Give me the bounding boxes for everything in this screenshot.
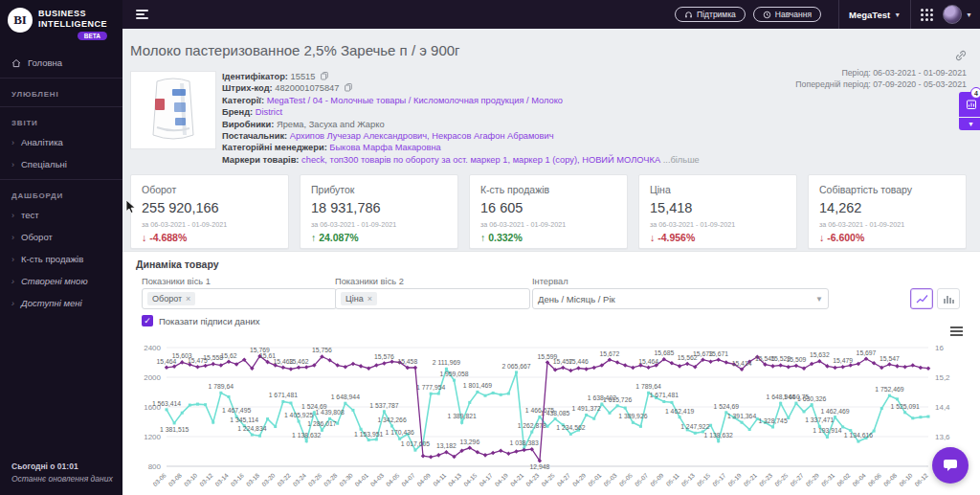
data-point[interactable] (375, 438, 378, 440)
apps-grid-icon[interactable] (921, 9, 933, 21)
data-point[interactable] (803, 410, 806, 413)
data-point[interactable] (212, 421, 214, 424)
data-point[interactable] (390, 424, 393, 427)
markers-more-link[interactable]: ...більше (663, 155, 700, 165)
categories-links[interactable]: MegaTest / 04 - Молочные товары / Кислом… (267, 96, 563, 105)
data-point[interactable] (203, 364, 208, 369)
export-expand-button[interactable]: ▼ (959, 118, 980, 130)
data-point[interactable] (811, 403, 813, 406)
suppliers-links[interactable]: Архипов Лучезар Александрович, Некрасов … (290, 131, 554, 141)
axis1-select[interactable]: Оборот × (142, 288, 337, 309)
data-point[interactable] (476, 391, 479, 394)
data-point[interactable] (857, 440, 859, 443)
chart-type-line-button[interactable] (910, 288, 933, 309)
data-point[interactable] (413, 366, 418, 371)
data-point[interactable] (585, 414, 588, 416)
data-point[interactable] (834, 416, 836, 418)
data-point[interactable] (741, 421, 744, 424)
data-point[interactable] (344, 402, 346, 405)
data-point[interactable] (903, 411, 906, 414)
data-point[interactable] (670, 401, 673, 404)
tenant-dropdown[interactable]: MegaTest ▼ (849, 10, 901, 20)
data-point[interactable] (716, 357, 721, 362)
data-point[interactable] (227, 359, 232, 364)
data-point[interactable] (632, 421, 635, 424)
data-point[interactable] (289, 367, 294, 371)
data-point[interactable] (491, 451, 496, 456)
data-point[interactable] (430, 393, 433, 395)
data-point[interactable] (615, 360, 620, 365)
data-point[interactable] (576, 366, 581, 371)
data-point[interactable] (895, 364, 900, 369)
data-point[interactable] (624, 407, 627, 410)
data-point[interactable] (694, 432, 697, 435)
data-point[interactable] (499, 448, 503, 453)
data-point[interactable] (902, 365, 907, 370)
sidebar-item-special[interactable]: › Спеціальні (0, 153, 122, 175)
data-point[interactable] (436, 453, 441, 458)
data-point[interactable] (787, 416, 790, 419)
data-point[interactable] (787, 365, 791, 370)
data-point[interactable] (429, 455, 434, 460)
data-point[interactable] (204, 403, 207, 406)
data-point[interactable] (779, 402, 782, 405)
data-point[interactable] (460, 421, 463, 424)
copy-icon[interactable] (345, 83, 352, 92)
data-point[interactable] (896, 397, 899, 400)
data-point[interactable] (646, 366, 651, 371)
data-point[interactable] (840, 365, 845, 370)
data-point[interactable] (678, 364, 682, 369)
data-point[interactable] (748, 428, 751, 431)
data-point[interactable] (274, 425, 277, 428)
data-point[interactable] (305, 439, 308, 442)
data-point[interactable] (639, 425, 642, 428)
data-point[interactable] (382, 361, 387, 366)
data-point[interactable] (166, 408, 168, 411)
data-point[interactable] (561, 366, 566, 371)
show-labels-checkbox[interactable]: ✓ (142, 315, 153, 326)
data-point[interactable] (888, 394, 891, 397)
data-point[interactable] (826, 436, 829, 439)
export-button[interactable]: 4 (959, 92, 980, 117)
data-point[interactable] (515, 371, 518, 373)
data-point[interactable] (336, 422, 339, 425)
data-point[interactable] (880, 407, 883, 410)
data-point[interactable] (351, 409, 354, 412)
line-chart[interactable]: 800120016002000240012,813,614,415,21603-… (128, 334, 970, 495)
sidebar-item-created-by-me[interactable]: › Створені мною (0, 270, 122, 292)
data-point[interactable] (165, 366, 169, 371)
data-point[interactable] (219, 392, 222, 394)
data-point[interactable] (794, 364, 799, 369)
data-point[interactable] (717, 439, 720, 442)
data-point[interactable] (413, 449, 416, 452)
sidebar-item-test[interactable]: › тест (0, 204, 122, 226)
data-point[interactable] (211, 362, 215, 367)
data-point[interactable] (172, 364, 177, 369)
data-point[interactable] (383, 410, 386, 413)
brand-link[interactable]: District (256, 107, 282, 117)
data-point[interactable] (592, 417, 595, 420)
axis2-select[interactable]: Ціна × (335, 288, 530, 309)
data-point[interactable] (514, 449, 519, 454)
data-point[interactable] (546, 425, 549, 428)
user-menu[interactable]: ▼ (933, 5, 972, 24)
data-point[interactable] (304, 365, 309, 370)
data-point[interactable] (344, 365, 348, 370)
data-point[interactable] (919, 416, 922, 418)
markers-links[interactable]: check, топ300 товарів по обороту за ост.… (301, 155, 660, 165)
data-point[interactable] (483, 453, 488, 458)
data-point[interactable] (258, 435, 261, 438)
data-point[interactable] (709, 424, 712, 427)
data-point[interactable] (321, 429, 323, 432)
data-point[interactable] (530, 431, 533, 434)
data-point[interactable] (368, 439, 370, 441)
data-point[interactable] (919, 366, 924, 371)
dynamics-chart[interactable]: 800120016002000240012,813,614,415,21603-… (128, 334, 970, 495)
data-point[interactable] (522, 448, 526, 453)
data-point[interactable] (367, 366, 371, 371)
data-point[interactable] (421, 454, 426, 459)
app-logo[interactable]: BI BUSINESS INTELLIGENCE BETA (0, 0, 122, 40)
data-point[interactable] (591, 366, 596, 371)
data-point[interactable] (195, 365, 200, 370)
data-point[interactable] (227, 395, 230, 398)
